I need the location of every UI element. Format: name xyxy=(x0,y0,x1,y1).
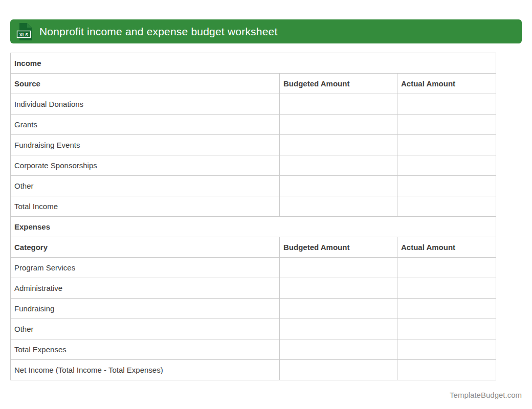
table-row: Total Income xyxy=(11,196,496,217)
actual-amount-cell xyxy=(397,196,496,217)
column-header-cell: Category xyxy=(11,237,280,258)
budgeted-amount-cell xyxy=(280,135,397,155)
actual-amount-cell xyxy=(397,339,496,360)
row-label-cell: Net Income (Total Income - Total Expense… xyxy=(11,360,280,380)
table-row: Other xyxy=(11,176,496,196)
budgeted-amount-cell xyxy=(280,360,397,380)
row-label-cell: Grants xyxy=(11,115,280,135)
budgeted-amount-cell xyxy=(280,176,397,196)
table-row: Corporate Sponsorships xyxy=(11,155,496,176)
column-header-cell: Actual Amount xyxy=(397,237,496,258)
table-row: Fundraising xyxy=(11,299,496,319)
section-header-row: Income xyxy=(11,53,496,74)
budgeted-amount-cell xyxy=(280,196,397,217)
actual-amount-cell xyxy=(397,278,496,299)
row-label-cell: Corporate Sponsorships xyxy=(11,155,280,176)
table-row: Total Expenses xyxy=(11,339,496,360)
column-header-cell: Actual Amount xyxy=(397,74,496,94)
row-label-cell: Other xyxy=(11,176,280,196)
actual-amount-cell xyxy=(397,115,496,135)
row-label-cell: Fundraising Events xyxy=(11,135,280,155)
budgeted-amount-cell xyxy=(280,319,397,339)
budgeted-amount-cell xyxy=(280,278,397,299)
actual-amount-cell xyxy=(397,176,496,196)
row-label-cell: Administrative xyxy=(11,278,280,299)
xls-file-icon: XLS xyxy=(16,22,33,41)
table-row: Other xyxy=(11,319,496,339)
actual-amount-cell xyxy=(397,135,496,155)
table-row: Individual Donations xyxy=(11,94,496,115)
budgeted-amount-cell xyxy=(280,299,397,319)
budgeted-amount-cell xyxy=(280,115,397,135)
row-label-cell: Other xyxy=(11,319,280,339)
row-label-cell: Fundraising xyxy=(11,299,280,319)
budgeted-amount-cell xyxy=(280,94,397,115)
page-title: Nonprofit income and expense budget work… xyxy=(39,26,277,38)
page: XLS Nonprofit income and expense budget … xyxy=(0,19,532,400)
budgeted-amount-cell xyxy=(280,258,397,278)
table-row: Program Services xyxy=(11,258,496,278)
footer: TemplateBudget.com xyxy=(10,391,522,400)
site-credit-link[interactable]: TemplateBudget.com xyxy=(450,391,522,399)
budgeted-amount-cell xyxy=(280,339,397,360)
actual-amount-cell xyxy=(397,155,496,176)
budget-table-body: IncomeSourceBudgeted AmountActual Amount… xyxy=(11,53,496,380)
row-label-cell: Program Services xyxy=(11,258,280,278)
row-label-cell: Total Income xyxy=(11,196,280,217)
table-row: Net Income (Total Income - Total Expense… xyxy=(11,360,496,380)
actual-amount-cell xyxy=(397,94,496,115)
column-header-cell: Budgeted Amount xyxy=(280,74,397,94)
actual-amount-cell xyxy=(397,299,496,319)
budgeted-amount-cell xyxy=(280,155,397,176)
actual-amount-cell xyxy=(397,258,496,278)
row-label-cell: Individual Donations xyxy=(11,94,280,115)
table-row: Grants xyxy=(11,115,496,135)
xls-icon-label: XLS xyxy=(19,32,29,37)
column-header-row: CategoryBudgeted AmountActual Amount xyxy=(11,237,496,258)
header-banner: XLS Nonprofit income and expense budget … xyxy=(10,19,522,43)
section-title: Expenses xyxy=(11,217,496,237)
column-header-cell: Budgeted Amount xyxy=(280,237,397,258)
column-header-cell: Source xyxy=(11,74,280,94)
budget-worksheet-table: IncomeSourceBudgeted AmountActual Amount… xyxy=(10,53,496,380)
actual-amount-cell xyxy=(397,360,496,380)
section-title: Income xyxy=(11,53,496,74)
table-row: Administrative xyxy=(11,278,496,299)
row-label-cell: Total Expenses xyxy=(11,339,280,360)
section-header-row: Expenses xyxy=(11,217,496,237)
actual-amount-cell xyxy=(397,319,496,339)
table-row: Fundraising Events xyxy=(11,135,496,155)
column-header-row: SourceBudgeted AmountActual Amount xyxy=(11,74,496,94)
